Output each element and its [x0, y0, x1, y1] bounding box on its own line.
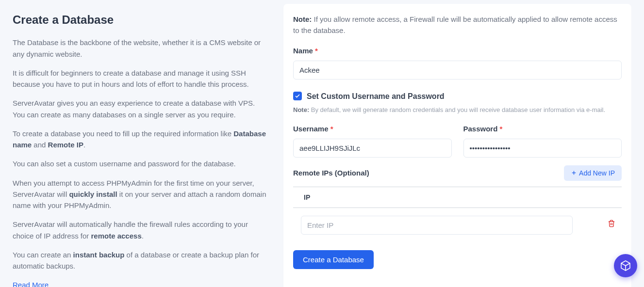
page-title: Create a Database: [13, 11, 269, 29]
info-p6: When you attempt to access PHPMyAdmin fo…: [13, 177, 269, 211]
info-p2: It is difficult for beginners to create …: [13, 67, 269, 90]
ip-input[interactable]: [301, 216, 573, 235]
add-ip-button[interactable]: Add New IP: [564, 165, 622, 181]
name-input[interactable]: [293, 61, 622, 80]
ip-table: IP: [293, 187, 622, 235]
info-p3: ServerAvatar gives you an easy experienc…: [13, 97, 269, 120]
custom-credentials-checkbox[interactable]: [293, 92, 302, 100]
firewall-note: Note: If you allow remote access, a Fire…: [293, 14, 622, 36]
delete-ip-button[interactable]: [608, 219, 615, 231]
password-label: Password *: [463, 123, 622, 135]
username-label: Username *: [293, 123, 452, 135]
name-label: Name *: [293, 45, 622, 57]
create-database-button[interactable]: Create a Database: [293, 250, 374, 269]
remote-ips-label: Remote IPs (Optional): [293, 167, 369, 179]
info-p5: You can also set a custom username and p…: [13, 158, 269, 169]
ip-row: [293, 208, 622, 235]
read-more-link[interactable]: Read More: [13, 281, 49, 287]
check-icon: [295, 93, 300, 99]
credentials-note: Note: By default, we will generate rando…: [293, 105, 622, 115]
info-panel: Create a Database The Database is the ba…: [13, 0, 269, 287]
trash-icon: [608, 219, 615, 228]
help-fab[interactable]: [614, 254, 637, 277]
form-panel: Note: If you allow remote access, a Fire…: [283, 4, 631, 287]
username-input[interactable]: [293, 139, 452, 158]
ip-column-header: IP: [293, 187, 622, 208]
custom-credentials-label: Set Custom Username and Password: [307, 90, 445, 103]
info-p1: The Database is the backbone of the webs…: [13, 37, 269, 60]
info-p4: To create a database you need to fill up…: [13, 128, 269, 151]
info-p7: ServerAvatar will automatically handle t…: [13, 219, 269, 241]
password-input[interactable]: [463, 139, 622, 158]
cube-icon: [620, 260, 631, 271]
info-p8: You can create an instant backup of a da…: [13, 249, 269, 272]
plus-icon: [571, 170, 577, 176]
